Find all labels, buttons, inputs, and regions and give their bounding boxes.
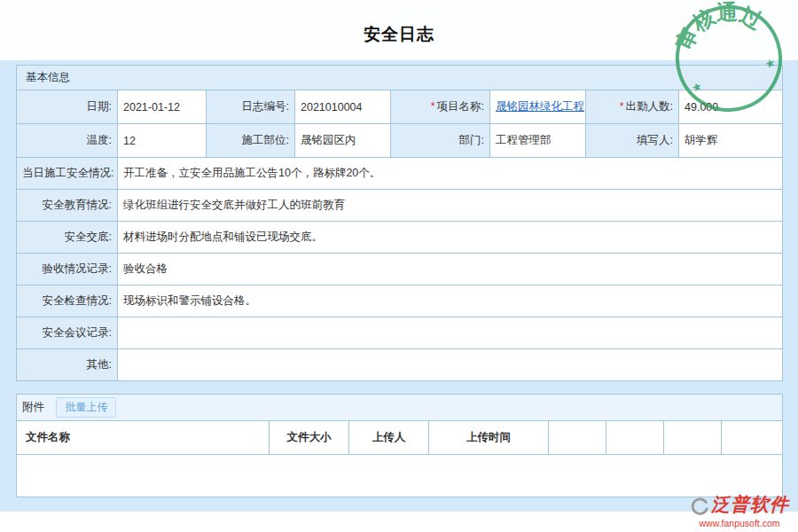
attachments-section-header: 附件 批量上传 (17, 395, 783, 421)
required-asterisk: * (431, 100, 435, 113)
acceptance-record-label: 验收情况记录: (17, 254, 118, 286)
main-content: 基本信息 日期: 2021-01-12 日志编号: 2021010004 *项目… (0, 60, 798, 512)
log-number-label: 日志编号: (207, 90, 295, 124)
empty-column-header (722, 421, 783, 455)
vendor-logo: 泛普软件 www.fanpusoft.com (690, 492, 789, 528)
page-header: 安全日志 (0, 0, 798, 60)
logo-url: www.fanpusoft.com (690, 518, 789, 528)
writer-value: 胡学辉 (679, 124, 783, 158)
safety-inspection-value: 现场标识和警示铺设合格。 (118, 286, 783, 317)
log-number-value: 2021010004 (295, 90, 391, 124)
writer-label: 填写人: (586, 124, 679, 158)
logo-text: 泛普软件 (711, 492, 789, 517)
safety-education-label: 安全教育情况: (17, 190, 118, 222)
construction-site-value: 晟铭园区内 (295, 124, 391, 158)
batch-upload-button[interactable]: 批量上传 (56, 397, 116, 418)
safety-education-value: 绿化班组进行安全交底并做好工人的班前教育 (118, 190, 783, 222)
basic-info-table: 基本信息 日期: 2021-01-12 日志编号: 2021010004 *项目… (16, 65, 783, 381)
project-name-label: *项目名称: (391, 90, 490, 124)
basic-info-section-header: 基本信息 (17, 66, 783, 90)
file-size-column-header: 文件大小 (270, 421, 349, 455)
today-safety-label: 当日施工安全情况: (17, 158, 118, 190)
project-name-link[interactable]: 晟铭园林绿化工程 (496, 100, 584, 113)
uploader-column-header: 上传人 (349, 421, 429, 455)
attachments-empty-row (17, 455, 783, 497)
file-name-column-header: 文件名称 (17, 421, 270, 455)
temperature-value: 12 (118, 124, 207, 158)
attendance-label: *出勤人数: (586, 90, 679, 124)
other-value (118, 349, 783, 381)
today-safety-value: 开工准备，立安全用品施工公告10个，路标牌20个。 (118, 158, 783, 190)
empty-column-header (606, 421, 664, 455)
date-value: 2021-01-12 (118, 90, 207, 124)
acceptance-record-value: 验收合格 (118, 254, 783, 286)
section-gap (16, 381, 782, 394)
construction-site-label: 施工部位: (207, 124, 295, 158)
project-name-cell: 晟铭园林绿化工程 (490, 90, 586, 124)
empty-column-header (664, 421, 722, 455)
date-label: 日期: (17, 90, 118, 124)
department-label: 部门: (391, 124, 490, 158)
page-title: 安全日志 (364, 14, 434, 46)
attachments-label: 附件 (22, 401, 44, 413)
temperature-label: 温度: (17, 124, 118, 158)
empty-column-header (549, 421, 606, 455)
required-asterisk: * (620, 100, 624, 113)
safety-disclosure-label: 安全交底: (17, 222, 118, 254)
upload-time-column-header: 上传时间 (429, 421, 549, 455)
department-value: 工程管理部 (490, 124, 586, 158)
safety-inspection-label: 安全检查情况: (17, 286, 118, 317)
safety-meeting-value (118, 317, 783, 349)
safety-meeting-label: 安全会议记录: (17, 317, 118, 349)
attendance-value: 49.000 (679, 90, 783, 124)
attachments-table: 附件 批量上传 文件名称 文件大小 上传人 上传时间 (16, 394, 783, 497)
safety-disclosure-value: 材料进场时分配地点和铺设已现场交底。 (118, 222, 783, 254)
logo-swirl-icon (690, 497, 709, 517)
other-label: 其他: (17, 349, 118, 381)
